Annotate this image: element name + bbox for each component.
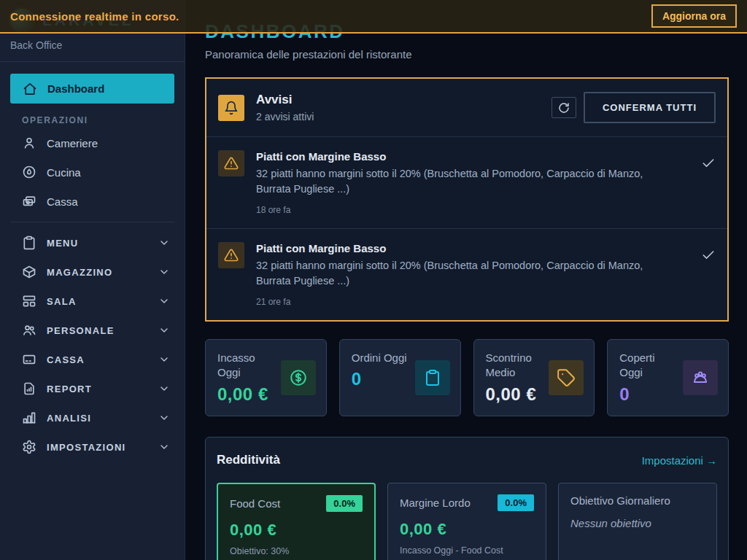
tag-icon [549, 360, 584, 395]
confirm-alert-button[interactable] [701, 246, 716, 264]
alert-timestamp: 21 ore fa [256, 297, 689, 307]
sidebar-group-report[interactable]: REPORT [0, 374, 185, 403]
sidebar-group-personale[interactable]: PERSONALE [0, 316, 185, 345]
sidebar-item-dashboard[interactable]: Dashboard [10, 74, 174, 104]
stat-label: Incasso Oggi [217, 351, 277, 381]
stat-label: Coperti Oggi [619, 351, 679, 381]
alerts-panel: Avvisi 2 avvisi attivi CONFERMA TUTTI [205, 77, 729, 322]
sidebar-group-label: REPORT [47, 384, 148, 394]
gear-icon [22, 440, 36, 454]
stat-card-incasso: Incasso Oggi 0,00 € [205, 339, 327, 416]
profitability-panel: Redditività Impostazioni → Food Cost 0.0… [205, 437, 729, 560]
chevron-down-icon [158, 383, 170, 394]
users-icon [22, 323, 36, 338]
sidebar-group-sala[interactable]: SALA [0, 287, 185, 316]
alerts-header: Avvisi 2 avvisi attivi CONFERMA TUTTI [206, 79, 727, 136]
stats-row: Incasso Oggi 0,00 € Ordini Oggi 0 Scontr… [205, 339, 729, 416]
alert-title: Piatti con Margine Basso [256, 150, 689, 163]
stat-card-ordini: Ordini Oggi 0 [339, 339, 461, 416]
confirm-alert-button[interactable] [701, 155, 716, 172]
percentage-badge: 0.0% [326, 495, 363, 512]
user-icon [22, 136, 36, 150]
page-subtitle: Panoramica delle prestazioni del ristora… [205, 48, 729, 61]
dashboard-screen: LARAVEL Back Office Dashboard OPERAZIONI… [0, 0, 747, 560]
report-icon [22, 381, 36, 396]
sidebar-group-magazzino[interactable]: MAGAZZINO [0, 257, 185, 287]
alert-description: 32 piatti hanno margini sotto il 20% (Br… [256, 166, 679, 197]
alert-item: Piatti con Margine Basso 32 piatti hanno… [206, 228, 727, 320]
percentage-badge: 0.0% [498, 494, 534, 511]
chevron-down-icon [158, 354, 170, 365]
sidebar-group-impostazioni[interactable]: IMPOSTAZIONI [0, 432, 185, 462]
sidebar-group-label: ANALISI [47, 413, 148, 424]
chevron-down-icon [158, 412, 170, 424]
warning-icon [218, 150, 244, 176]
group-icon [683, 360, 718, 395]
clipboard-icon [415, 360, 450, 395]
card-value: 0,00 € [400, 520, 534, 539]
card-title: Margine Lordo [400, 497, 471, 509]
main-content: DASHBOARD Panoramica delle prestazioni d… [185, 0, 747, 560]
sidebar-group-label: IMPOSTAZIONI [47, 442, 148, 453]
alert-title: Piatti con Margine Basso [256, 242, 689, 254]
flame-icon [22, 165, 36, 179]
stat-label: Scontrino Medio [486, 351, 546, 381]
divider [10, 222, 174, 222]
food-cost-card: Food Cost 0.0% 0,00 € Obiettivo: 30% [217, 483, 376, 560]
sidebar-group-label: SALA [47, 296, 148, 307]
sidebar-nav: Dashboard OPERAZIONI Cameriere Cucina C [0, 62, 185, 462]
sidebar-item-cucina[interactable]: Cucina [0, 158, 185, 187]
confirm-all-button[interactable]: CONFERMA TUTTI [584, 92, 716, 123]
check-icon [701, 248, 716, 262]
chevron-down-icon [158, 266, 170, 278]
profitability-settings-link[interactable]: Impostazioni → [642, 454, 717, 467]
chevron-down-icon [158, 441, 170, 453]
sidebar: LARAVEL Back Office Dashboard OPERAZIONI… [0, 0, 185, 560]
sidebar-group-label: MAGAZZINO [47, 267, 148, 278]
card-note: Incasso Oggi - Food Cost [400, 545, 534, 556]
sidebar-group-cassa[interactable]: CASSA [0, 345, 185, 374]
alert-description: 32 piatti hanno margini sotto il 20% (Br… [256, 258, 679, 289]
sidebar-item-label: Cassa [47, 195, 78, 208]
stat-label: Ordini Oggi [352, 351, 411, 365]
obiettivo-giornaliero-card: Obiettivo Giornaliero Nessun obiettivo [558, 483, 717, 560]
margine-lordo-card: Margine Lordo 0.0% 0,00 € Incasso Oggi -… [387, 483, 546, 560]
refresh-alerts-button[interactable] [551, 97, 576, 118]
alerts-title: Avvisi [256, 93, 314, 107]
layout-icon [22, 294, 36, 308]
sidebar-item-cassa-op[interactable]: Cassa [0, 187, 185, 216]
sidebar-group-menu[interactable]: MENU [0, 228, 185, 257]
alert-timestamp: 18 ore fa [256, 205, 689, 215]
warning-icon [218, 242, 244, 268]
check-icon [701, 156, 716, 171]
credit-card-icon [22, 352, 36, 367]
sidebar-item-label: Cucina [47, 166, 81, 179]
chevron-down-icon [158, 324, 170, 336]
sidebar-group-label: MENU [47, 238, 148, 249]
banknotes-icon [22, 194, 36, 209]
realtime-banner: Connessione realtime in corso. Aggiorna … [0, 0, 747, 34]
refresh-now-button[interactable]: Aggiorna ora [651, 4, 737, 28]
alerts-count: 2 avvisi attivi [256, 111, 314, 122]
stat-card-coperti: Coperti Oggi 0 [607, 339, 729, 416]
clipboard-icon [22, 236, 36, 250]
home-icon [23, 82, 37, 96]
stat-card-scontrino: Scontrino Medio 0,00 € [473, 339, 595, 416]
sidebar-item-label: Dashboard [47, 82, 104, 95]
card-title: Obiettivo Giornaliero [570, 494, 670, 507]
chevron-down-icon [158, 237, 170, 249]
bar-chart-icon [22, 411, 36, 425]
card-value: 0,00 € [230, 521, 363, 540]
realtime-message: Connessione realtime in corso. [10, 10, 179, 23]
package-icon [22, 265, 36, 279]
sidebar-group-label: PERSONALE [47, 325, 148, 336]
bell-icon [218, 95, 244, 121]
card-note: Obiettivo: 30% [230, 546, 363, 556]
sidebar-group-analisi[interactable]: ANALISI [0, 403, 185, 432]
profitability-title: Redditività [217, 453, 280, 467]
sidebar-subtitle: Back Office [0, 35, 185, 61]
sidebar-item-cameriere[interactable]: Cameriere [0, 128, 185, 158]
sidebar-item-label: Cameriere [47, 137, 98, 149]
card-note: Nessun obiettivo [570, 517, 705, 529]
sidebar-section-operazioni: OPERAZIONI [22, 115, 185, 125]
